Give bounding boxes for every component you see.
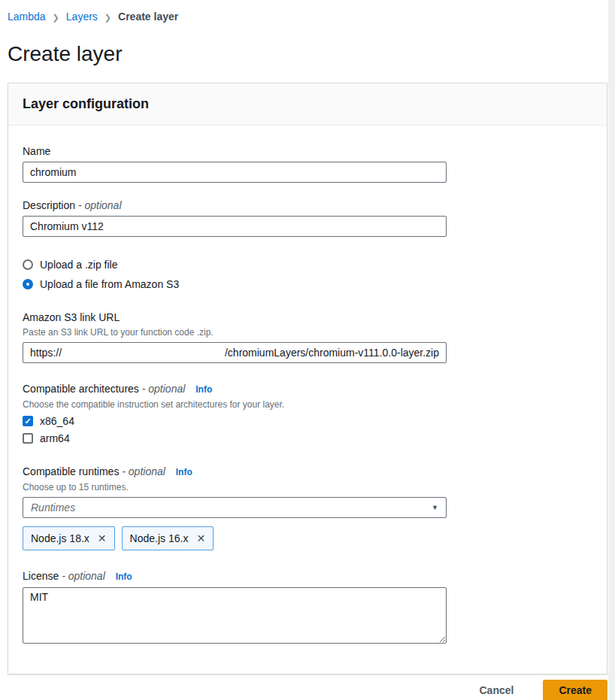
runtimes-select[interactable]: Runtimes ▼ [23, 497, 447, 518]
description-label-text: Description [23, 199, 75, 211]
architectures-info-link[interactable]: Info [195, 384, 212, 395]
checkbox-unchecked-icon[interactable] [23, 433, 33, 444]
layer-configuration-panel: Layer configuration Name Description - o… [8, 83, 607, 674]
caret-down-icon: ▼ [432, 504, 438, 511]
runtimes-help: Choose up to 15 runtimes. [23, 481, 592, 493]
runtimes-select-placeholder: Runtimes [31, 502, 75, 514]
checkbox-arm64-label: arm64 [40, 432, 70, 445]
s3-url-value-suffix: /chromiumLayers/chromium-v111.0.0-layer.… [225, 347, 439, 359]
name-input[interactable] [23, 162, 447, 183]
runtime-token-nodejs-18: Node.js 18.x ✕ [23, 526, 115, 550]
runtimes-optional-suffix: - optional [122, 465, 165, 477]
checkbox-arm64[interactable]: arm64 [23, 432, 592, 445]
description-label: Description - optional [23, 199, 592, 212]
breadcrumb-layers[interactable]: Layers [66, 11, 98, 23]
checkbox-x86-64-label: x86_64 [40, 415, 74, 428]
license-info-link[interactable]: Info [116, 571, 132, 582]
cancel-button[interactable]: Cancel [474, 683, 518, 697]
panel-title: Layer configuration [23, 96, 149, 111]
chevron-right-icon: ❯ [105, 11, 111, 24]
radio-upload-zip-label: Upload a .zip file [40, 259, 118, 271]
runtime-token-nodejs-16: Node.js 16.x ✕ [122, 526, 214, 550]
radio-upload-s3[interactable]: Upload a file from Amazon S3 [23, 277, 592, 292]
page-container: Lambda ❯ Layers ❯ Create layer Create la… [8, 0, 607, 700]
description-input[interactable] [23, 216, 447, 237]
breadcrumb: Lambda ❯ Layers ❯ Create layer [8, 11, 607, 23]
checkbox-x86-64[interactable]: ✓ x86_64 [23, 414, 592, 428]
radio-unselected-icon[interactable] [23, 259, 33, 270]
license-textarea[interactable]: MIT [23, 587, 447, 644]
breadcrumb-current: Create layer [118, 11, 178, 23]
upload-source-radio-group: Upload a .zip file Upload a file from Am… [23, 257, 592, 292]
footer-actions: Cancel Create [8, 680, 607, 700]
runtime-token-label: Node.js 18.x [31, 531, 89, 546]
panel-header: Layer configuration [8, 83, 607, 126]
s3-url-help: Paste an S3 link URL to your function co… [23, 326, 592, 338]
breadcrumb-lambda[interactable]: Lambda [8, 11, 46, 23]
close-icon[interactable]: ✕ [196, 531, 205, 546]
runtimes-label: Compatible runtimes - optional Info [23, 465, 592, 479]
chevron-right-icon: ❯ [53, 11, 59, 24]
runtime-token-label: Node.js 16.x [130, 531, 189, 546]
scrollbar-gutter[interactable] [608, 0, 615, 700]
runtime-token-row: Node.js 18.x ✕ Node.js 16.x ✕ [23, 526, 592, 550]
radio-upload-s3-label: Upload a file from Amazon S3 [40, 278, 179, 291]
s3-url-value-prefix: https:// [30, 347, 62, 359]
description-optional-suffix: - optional [78, 199, 122, 211]
runtimes-info-link[interactable]: Info [176, 467, 192, 477]
license-label: License - optional Info [23, 570, 592, 583]
runtimes-label-text: Compatible runtimes [23, 465, 119, 477]
radio-selected-icon[interactable] [23, 279, 33, 289]
panel-body: Name Description - optional Upload a .zi… [8, 126, 607, 674]
architectures-label-text: Compatible architectures [23, 383, 139, 395]
name-label: Name [23, 145, 592, 158]
license-label-text: License [23, 570, 59, 582]
close-icon[interactable]: ✕ [98, 531, 107, 546]
s3-url-label: Amazon S3 link URL [23, 311, 592, 324]
architectures-label: Compatible architectures - optional Info [23, 383, 592, 396]
license-optional-suffix: - optional [62, 570, 105, 582]
checkbox-checked-icon[interactable]: ✓ [23, 416, 33, 426]
page-title: Create layer [8, 42, 607, 66]
architectures-optional-suffix: - optional [142, 383, 186, 395]
radio-upload-zip[interactable]: Upload a .zip file [23, 257, 592, 272]
architectures-help: Choose the compatible instruction set ar… [23, 398, 592, 411]
s3-url-input[interactable]: https:// /chromiumLayers/chromium-v111.0… [23, 342, 447, 363]
create-button[interactable]: Create [543, 680, 607, 700]
